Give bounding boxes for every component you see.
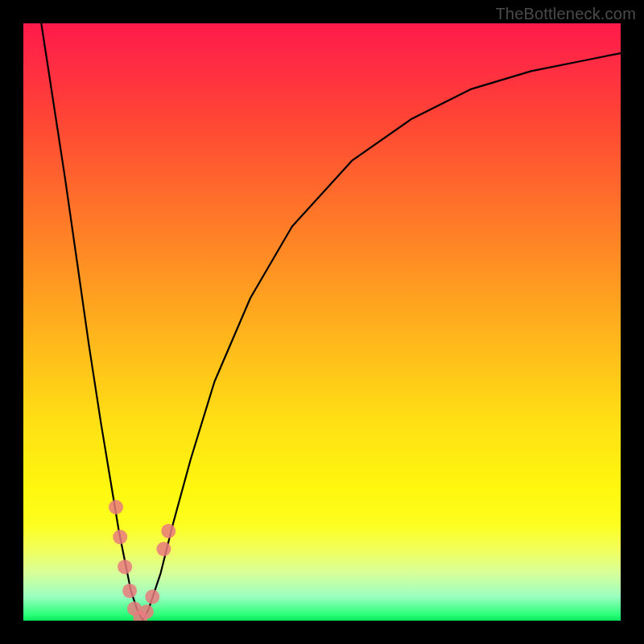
curve-marker bbox=[113, 530, 127, 544]
plot-area bbox=[23, 23, 621, 621]
curve-markers bbox=[109, 500, 175, 621]
curve-marker bbox=[109, 500, 123, 514]
curve-line bbox=[41, 23, 621, 621]
curve-marker bbox=[139, 605, 154, 619]
curve-marker bbox=[161, 524, 175, 539]
curve-marker bbox=[122, 584, 137, 598]
watermark-text: TheBottleneck.com bbox=[495, 5, 636, 23]
curve-marker bbox=[145, 589, 159, 604]
bottleneck-curve bbox=[41, 23, 621, 621]
curve-marker bbox=[118, 559, 132, 574]
curve-marker bbox=[156, 542, 171, 556]
curve-layer bbox=[23, 23, 621, 621]
chart-frame: TheBottleneck.com bbox=[0, 0, 644, 644]
